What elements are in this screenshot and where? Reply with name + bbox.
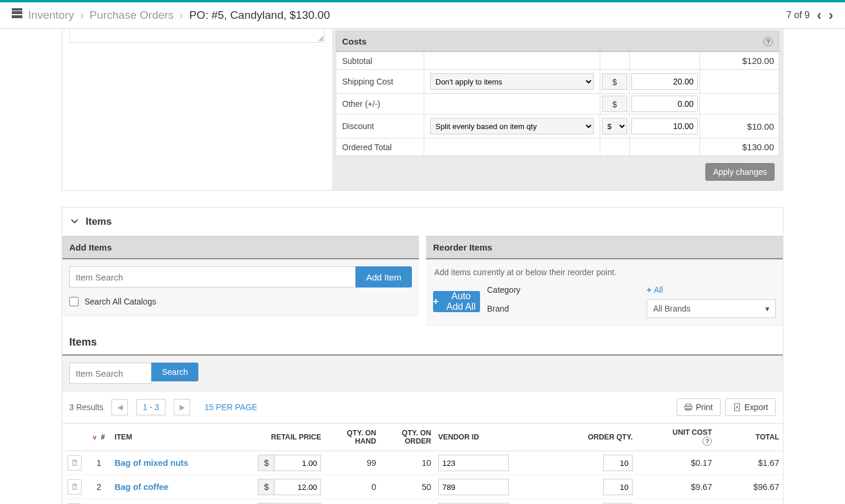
trash-icon xyxy=(70,483,79,491)
auto-add-all-label: Auto Add All xyxy=(442,291,480,312)
page-next-button[interactable]: ▶ xyxy=(174,399,190,415)
ordered-total-value: $130.00 xyxy=(700,138,779,156)
row-number: 1 xyxy=(87,451,111,475)
pager-next-button[interactable]: › xyxy=(829,8,833,22)
page-range[interactable]: 1 - 3 xyxy=(136,399,165,415)
delete-row-button[interactable] xyxy=(67,479,82,495)
shipping-amount-input[interactable] xyxy=(631,73,698,90)
discount-type-select[interactable]: $ xyxy=(602,118,627,134)
record-pager: 7 of 9 ‹ › xyxy=(786,8,833,22)
qty-on-order: 0 xyxy=(380,499,435,505)
print-icon xyxy=(684,403,692,411)
items-section-title: Items xyxy=(86,216,111,228)
vendor-id-input[interactable] xyxy=(438,479,509,495)
export-button[interactable]: Export xyxy=(725,398,776,416)
delete-row-button[interactable] xyxy=(67,455,82,471)
breadcrumb: Inventory › Purchase Orders › PO: #5, Ca… xyxy=(12,9,330,22)
caret-down-icon: ▾ xyxy=(765,304,769,313)
reorder-items-panel: Reorder Items Add items currently at or … xyxy=(426,236,783,326)
row-total: $11.67 xyxy=(715,499,783,505)
export-icon xyxy=(733,403,741,411)
order-qty-input[interactable] xyxy=(603,455,633,471)
items-card: Items Add Items Add Item Search All Cata… xyxy=(62,207,783,504)
discount-apply-select[interactable]: Split evenly based on item qty xyxy=(430,118,594,134)
search-all-catalogs-label: Search All Catalogs xyxy=(84,297,156,306)
col-retail[interactable]: RETAIL PRICE xyxy=(252,424,325,451)
print-button[interactable]: Print xyxy=(677,398,721,416)
qty-on-order: 50 xyxy=(380,475,435,499)
breadcrumb-inventory[interactable]: Inventory xyxy=(28,9,74,22)
notes-textarea[interactable] xyxy=(69,29,325,43)
table-row: 1Bag of mixed nuts$9910$0.17$1.67 xyxy=(62,451,783,475)
qty-on-hand: 99 xyxy=(325,451,380,475)
brand-select[interactable]: All Brands ▾ xyxy=(647,299,776,318)
row-total: $96.67 xyxy=(715,475,783,499)
row-number: 3 xyxy=(87,499,111,505)
trash-icon xyxy=(70,459,79,467)
po-detail-card: Costs ? Subtotal $120.00 Shipping Cost D… xyxy=(62,29,783,191)
shipping-apply-select[interactable]: Don't apply to items xyxy=(430,73,594,90)
items-search-button[interactable]: Search xyxy=(151,363,198,381)
item-name-link[interactable]: Bag of coffee xyxy=(114,482,168,492)
item-name-link[interactable]: Bag of mixed nuts xyxy=(114,458,188,468)
unit-cost: $1.17 xyxy=(636,499,715,505)
vendor-id-input[interactable] xyxy=(438,455,509,471)
other-amount-input[interactable] xyxy=(631,96,698,112)
reorder-note: Add items currently at or below their re… xyxy=(433,266,776,285)
col-total[interactable]: TOTAL xyxy=(715,424,783,451)
col-vendor[interactable]: VENDOR ID xyxy=(435,424,526,451)
unit-cost: $9.67 xyxy=(636,475,715,499)
chevron-down-icon xyxy=(70,217,79,227)
export-label: Export xyxy=(745,402,768,412)
help-icon[interactable]: ? xyxy=(763,37,773,46)
add-item-search-input[interactable] xyxy=(69,266,356,287)
apply-changes-button[interactable]: Apply changes xyxy=(705,163,775,181)
table-row: 3Chocolate bar$90$1.17$11.67 xyxy=(62,499,783,505)
items-toolbar: Search xyxy=(62,356,783,391)
costs-title: Costs xyxy=(342,36,367,46)
subtotal-label: Subtotal xyxy=(336,52,424,70)
col-onhand[interactable]: QTY. ON HAND xyxy=(325,424,380,451)
retail-price-input[interactable] xyxy=(274,455,321,471)
breadcrumb-current: PO: #5, Candyland, $130.00 xyxy=(189,9,330,22)
currency-symbol: $ xyxy=(258,455,274,471)
print-label: Print xyxy=(696,402,713,412)
brand-select-value: All Brands xyxy=(653,304,691,313)
plus-icon: + xyxy=(647,285,651,295)
ordered-total-label: Ordered Total xyxy=(336,138,424,156)
qty-on-hand: 0 xyxy=(325,475,380,499)
breadcrumb-sep: › xyxy=(80,9,83,22)
reorder-items-title: Reorder Items xyxy=(426,236,783,259)
col-item[interactable]: ITEM xyxy=(111,424,251,451)
items-search-input[interactable] xyxy=(69,363,151,384)
auto-add-all-button[interactable]: + Auto Add All xyxy=(433,291,480,312)
currency-symbol: $ xyxy=(602,73,627,90)
help-icon[interactable]: ? xyxy=(702,437,712,446)
col-unitcost[interactable]: UNIT COST ? xyxy=(636,424,715,451)
order-qty-input[interactable] xyxy=(603,479,633,495)
col-orderqty[interactable]: ORDER QTY. xyxy=(526,424,636,451)
currency-symbol: $ xyxy=(258,479,274,495)
items-section-toggle[interactable]: Items xyxy=(62,208,783,236)
qty-on-order: 10 xyxy=(380,451,435,475)
plus-icon: + xyxy=(433,296,438,307)
pager-prev-button[interactable]: ‹ xyxy=(817,8,822,22)
costs-panel: Costs ? Subtotal $120.00 Shipping Cost D… xyxy=(332,29,783,190)
col-num[interactable]: # xyxy=(101,433,105,441)
subtotal-value: $120.00 xyxy=(700,52,779,70)
retail-price-input[interactable] xyxy=(274,479,321,495)
category-all-link[interactable]: + All xyxy=(647,285,776,295)
discount-amount-input[interactable] xyxy=(631,118,698,134)
pager-text: 7 of 9 xyxy=(786,10,810,21)
costs-header: Costs ? xyxy=(336,31,779,52)
per-page-select[interactable]: 15 PER PAGE xyxy=(204,402,257,412)
search-all-catalogs-checkbox[interactable] xyxy=(69,297,79,306)
sort-indicator-icon: v xyxy=(93,434,96,441)
row-number: 2 xyxy=(87,475,111,499)
shipping-label: Shipping Cost xyxy=(336,70,424,94)
add-item-button[interactable]: Add Item xyxy=(356,266,412,287)
currency-symbol: $ xyxy=(602,96,627,112)
breadcrumb-purchase-orders[interactable]: Purchase Orders xyxy=(89,9,174,22)
page-prev-button[interactable]: ◀ xyxy=(111,399,128,415)
col-onorder[interactable]: QTY. ON ORDER xyxy=(380,424,435,451)
